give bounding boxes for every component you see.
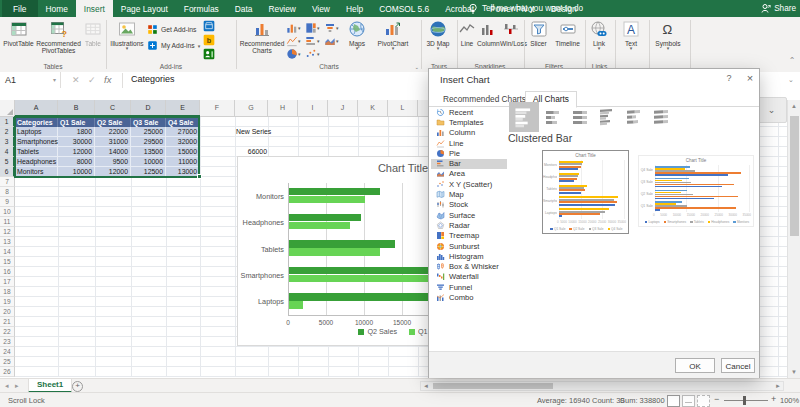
cell-E5[interactable]: 11000 bbox=[166, 157, 200, 167]
column-button[interactable]: Column bbox=[477, 18, 499, 47]
name-box[interactable]: A1 ▾ bbox=[0, 72, 61, 88]
share-button[interactable]: Share bbox=[761, 0, 796, 17]
cancel-button[interactable]: Cancel bbox=[721, 358, 755, 373]
row-header-25[interactable]: 25 bbox=[0, 357, 15, 367]
insert-bar-chart-button[interactable]: ▾ bbox=[305, 35, 323, 47]
cell-D2[interactable]: 25000 bbox=[131, 127, 166, 137]
vertical-scroll-thumb[interactable] bbox=[790, 116, 799, 236]
preview-clustered-bar-2[interactable]: Chart TitleQ4 SaleQ3 SaleQ2 SaleQ1 Sale0… bbox=[638, 155, 754, 227]
insert-function-icon[interactable]: fx bbox=[104, 74, 111, 85]
subtype-stacked-bar-button[interactable] bbox=[543, 107, 563, 127]
ribbon-tab-formulas[interactable]: Formulas bbox=[176, 0, 227, 17]
my-add-ins-button[interactable]: My Add-ins▾ bbox=[147, 40, 200, 51]
column-header-K[interactable]: K bbox=[358, 100, 388, 117]
line-button[interactable]: Line bbox=[458, 18, 476, 47]
cancel-entry-icon[interactable]: ✕ bbox=[72, 75, 80, 85]
chart-type-item-sunburst[interactable]: Sunburst bbox=[431, 241, 507, 251]
ribbon-tab-file[interactable]: File bbox=[2, 0, 38, 17]
dialog-launcher-icon[interactable]: ⌄ bbox=[414, 64, 419, 70]
symbols-button[interactable]: ΩSymbols▾ bbox=[651, 18, 685, 50]
dialog-help-button[interactable]: ? bbox=[722, 73, 736, 87]
chart-type-item-bar[interactable]: Bar bbox=[431, 159, 507, 169]
insert-pie-chart-button[interactable]: ▾ bbox=[286, 48, 304, 60]
chart-type-item-treemap[interactable]: Treemap bbox=[431, 231, 507, 241]
cell-A4[interactable]: Tablets bbox=[15, 147, 58, 157]
ribbon-tab-comsol-5-6[interactable]: COMSOL 5.6 bbox=[371, 0, 437, 17]
chart-type-item-map[interactable]: Map bbox=[431, 189, 507, 199]
column-header-L[interactable]: L bbox=[388, 100, 418, 117]
row-header-14[interactable]: 14 bbox=[0, 247, 15, 257]
cell-D5[interactable]: 10000 bbox=[131, 157, 166, 167]
row-header-4[interactable]: 4 bbox=[0, 147, 15, 157]
get-add-ins-button[interactable]: Get Add-ins bbox=[147, 24, 200, 35]
add-sheet-button[interactable]: + bbox=[72, 381, 83, 392]
row-header-10[interactable]: 10 bbox=[0, 207, 15, 217]
chart-type-item-column[interactable]: Column bbox=[431, 128, 507, 138]
horizontal-scroll-thumb[interactable] bbox=[433, 383, 553, 389]
cell-A2[interactable]: Laptops bbox=[15, 127, 58, 137]
column-header-G[interactable]: G bbox=[235, 100, 268, 117]
chevron-down-button[interactable]: ⌄ bbox=[756, 97, 787, 123]
row-header-7[interactable]: 7 bbox=[0, 177, 15, 187]
pivotchart-button[interactable]: PivotChart▾ bbox=[372, 18, 414, 50]
sheet-nav-left-icon[interactable]: ◂ bbox=[5, 382, 9, 390]
row-header-11[interactable]: 11 bbox=[0, 217, 15, 227]
column-header-H[interactable]: H bbox=[268, 100, 298, 117]
scroll-down-arrow[interactable]: ▼ bbox=[791, 369, 797, 375]
ribbon-tab-review[interactable]: Review bbox=[260, 0, 303, 17]
row-header-2[interactable]: 2 bbox=[0, 127, 15, 137]
chart-type-item-funnel[interactable]: Funnel bbox=[431, 282, 507, 292]
insert-area-chart-button[interactable]: ▾ bbox=[324, 35, 342, 47]
vertical-scrollbar[interactable]: ▲ ▼ bbox=[787, 100, 800, 378]
scroll-right-arrow[interactable]: ► bbox=[775, 383, 781, 389]
slicer-button[interactable]: Slicer bbox=[525, 18, 552, 47]
row-header-22[interactable]: 22 bbox=[0, 327, 15, 337]
row-header-12[interactable]: 12 bbox=[0, 227, 15, 237]
sheet-tab-sheet1[interactable]: Sheet1 bbox=[28, 379, 72, 393]
cell-C6[interactable]: 12000 bbox=[95, 167, 131, 177]
insert-column-chart-button[interactable]: ▾ bbox=[286, 22, 304, 34]
chart-type-item-box-whisker[interactable]: Box & Whisker bbox=[431, 262, 507, 272]
column-header-I[interactable]: I bbox=[298, 100, 328, 117]
row-header-18[interactable]: 18 bbox=[0, 287, 15, 297]
sheet-nav-right-icon[interactable]: ▸ bbox=[15, 382, 19, 390]
row-header-21[interactable]: 21 bbox=[0, 317, 15, 327]
cell-B3[interactable]: 30000 bbox=[58, 137, 95, 147]
cell-C4[interactable]: 14000 bbox=[95, 147, 131, 157]
row-header-24[interactable]: 24 bbox=[0, 347, 15, 357]
link-button[interactable]: Link▾ bbox=[586, 18, 612, 50]
row-header-19[interactable]: 19 bbox=[0, 297, 15, 307]
collapse-ribbon-chevron[interactable]: ⌃ bbox=[787, 56, 797, 66]
row-header-16[interactable]: 16 bbox=[0, 267, 15, 277]
ribbon-tab-view[interactable]: View bbox=[304, 0, 338, 17]
maps-button[interactable]: Maps▾ bbox=[343, 18, 371, 50]
chart-type-item-waterfall[interactable]: Waterfall bbox=[431, 272, 507, 282]
cell-D3[interactable]: 29500 bbox=[131, 137, 166, 147]
zoom-out-button[interactable]: − bbox=[714, 394, 719, 404]
select-all-corner[interactable] bbox=[0, 100, 15, 117]
cell-B6[interactable]: 10000 bbox=[58, 167, 95, 177]
subtype-clustered-bar-button[interactable] bbox=[509, 102, 539, 132]
row-header-26[interactable]: 26 bbox=[0, 367, 15, 377]
chart-type-item-recent[interactable]: Recent bbox=[431, 107, 507, 117]
cell-B2[interactable]: 1800 bbox=[58, 127, 95, 137]
preview-clustered-bar-1[interactable]: Chart TitleMonitorsHeadphonesTabletsSmar… bbox=[542, 150, 629, 234]
recommended-pivottables-button[interactable]: ?Recommended PivotTables bbox=[36, 18, 81, 55]
view-page-layout-icon[interactable] bbox=[682, 395, 695, 407]
subtype-3d-clustered-bar-button[interactable] bbox=[597, 107, 617, 127]
cell-D4[interactable]: 13500 bbox=[131, 147, 166, 157]
illustrations-button[interactable]: Illustrations▾ bbox=[108, 18, 146, 50]
zoom-level-label[interactable]: 100% bbox=[780, 396, 799, 405]
zoom-slider-knob[interactable] bbox=[743, 396, 746, 405]
selection-fill-handle[interactable] bbox=[197, 174, 202, 179]
column-header-J[interactable]: J bbox=[328, 100, 358, 117]
row-header-20[interactable]: 20 bbox=[0, 307, 15, 317]
cell-A6[interactable]: Monitors bbox=[15, 167, 58, 177]
confirm-entry-icon[interactable]: ✓ bbox=[88, 75, 96, 85]
row-header-17[interactable]: 17 bbox=[0, 277, 15, 287]
horizontal-scrollbar[interactable]: ◄ ► bbox=[420, 381, 784, 391]
chart-type-item-templates[interactable]: Templates bbox=[431, 117, 507, 127]
chart-type-item-x-y-scatter-[interactable]: X Y (Scatter) bbox=[431, 179, 507, 189]
chart-type-item-area[interactable]: Area bbox=[431, 169, 507, 179]
row-header-5[interactable]: 5 bbox=[0, 157, 15, 167]
